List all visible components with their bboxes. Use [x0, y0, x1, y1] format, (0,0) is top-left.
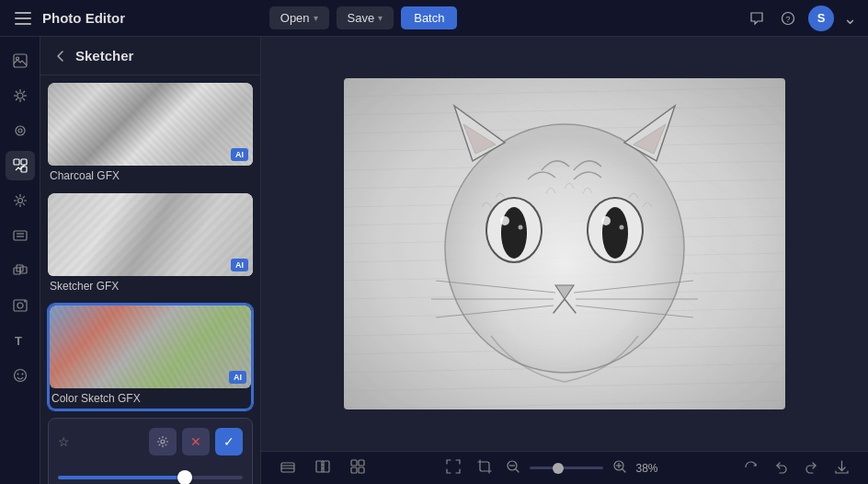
compare-button[interactable] — [311, 455, 335, 481]
settings-icon — [156, 435, 169, 448]
fit-icon — [445, 458, 462, 475]
slider-container — [58, 465, 243, 484]
settings-button[interactable] — [149, 428, 177, 455]
avatar[interactable]: S — [808, 6, 834, 31]
svg-rect-88 — [359, 460, 364, 466]
svg-rect-81 — [281, 463, 294, 472]
controls-actions: ✕ ✓ — [149, 428, 243, 455]
ai-badge-colorsketch: AI — [229, 371, 246, 384]
image-preview — [344, 78, 785, 409]
bottom-right — [739, 455, 853, 481]
redo-button[interactable] — [800, 455, 823, 481]
effect-slider[interactable] — [58, 476, 243, 479]
sidebar-icon-preview[interactable] — [6, 116, 35, 145]
sidebar-icon-image[interactable] — [6, 46, 35, 75]
svg-point-13 — [16, 126, 25, 135]
menu-button[interactable] — [11, 8, 35, 29]
effect-item-colorsketch[interactable]: AI Color Sketch GFX — [48, 304, 253, 410]
sidebar-icon-sticker[interactable] — [6, 361, 35, 390]
chat-icon — [749, 11, 764, 26]
sidebar-icon-filters[interactable] — [6, 81, 35, 110]
fit-button[interactable] — [441, 455, 465, 481]
svg-point-14 — [18, 129, 22, 133]
svg-point-74 — [620, 225, 624, 230]
zoom-out-button[interactable] — [504, 457, 522, 479]
svg-rect-15 — [14, 159, 19, 165]
svg-rect-87 — [351, 460, 357, 466]
svg-point-72 — [601, 216, 611, 225]
effect-item-sketcher[interactable]: AI Sketcher GFX — [48, 193, 253, 296]
effects-list: AI Charcoal GFX AI Sketcher GFX — [40, 75, 260, 484]
undo-icon — [773, 459, 789, 475]
zoom-slider[interactable] — [530, 467, 603, 469]
sidebar-icon-effects[interactable] — [6, 151, 35, 180]
effect-label-charcoal: Charcoal GFX — [48, 166, 253, 186]
svg-point-26 — [17, 303, 23, 308]
panel-title: Sketcher — [75, 48, 133, 63]
topbar-left: Photo Editor — [11, 8, 125, 29]
panel-header: Sketcher — [40, 37, 260, 75]
grid-icon — [349, 458, 366, 475]
download-button[interactable] — [830, 455, 853, 481]
svg-point-30 — [17, 374, 18, 375]
svg-point-71 — [500, 216, 509, 225]
svg-rect-2 — [14, 54, 27, 67]
batch-button[interactable]: Batch — [401, 6, 457, 29]
crop-button[interactable] — [473, 455, 497, 481]
zoom-in-button[interactable] — [611, 457, 629, 479]
reset-button[interactable] — [739, 455, 762, 481]
grid-button[interactable] — [346, 455, 370, 481]
bottom-bar: 38% — [261, 451, 868, 484]
sidebar-icon-collections[interactable] — [6, 256, 35, 285]
hamburger-icon — [15, 12, 31, 25]
bottom-center: 38% — [441, 455, 668, 481]
save-chevron-icon: ▾ — [378, 13, 383, 23]
ai-badge-charcoal: AI — [231, 148, 248, 161]
effect-item-charcoal[interactable]: AI Charcoal GFX — [48, 83, 253, 186]
sidebar-icon-history[interactable] — [6, 221, 35, 250]
effect-thumbnail-charcoal: AI — [48, 83, 253, 166]
svg-rect-84 — [316, 461, 322, 472]
svg-point-31 — [21, 374, 23, 375]
sidebar-icon-adjust[interactable] — [6, 186, 35, 215]
effects-panel: Sketcher AI Charcoal GFX AI — [40, 37, 261, 484]
zoom-level: 38% — [636, 462, 668, 475]
download-icon — [834, 459, 850, 475]
effect-thumbnail-sketcher: AI — [48, 193, 253, 276]
layers-button[interactable] — [276, 455, 300, 481]
back-button[interactable] — [53, 49, 68, 63]
help-button[interactable]: ? — [777, 7, 799, 29]
svg-point-69 — [501, 207, 527, 259]
main-content: T Sketcher — [0, 37, 868, 484]
open-button[interactable]: Open ▾ — [269, 6, 329, 29]
back-icon — [53, 49, 68, 63]
confirm-button[interactable]: ✓ — [215, 428, 243, 455]
svg-point-62 — [445, 124, 684, 373]
topbar-center: Open ▾ Save ▾ Batch — [269, 6, 458, 29]
sidebar-icon-photo[interactable] — [6, 291, 35, 320]
svg-text:?: ? — [785, 15, 790, 24]
more-button[interactable]: ⌄ — [843, 8, 857, 29]
effect-label-sketcher: Sketcher GFX — [48, 276, 253, 296]
undo-button[interactable] — [770, 455, 793, 481]
chat-button[interactable] — [746, 7, 768, 29]
ai-badge-sketcher: AI — [231, 259, 248, 271]
cancel-button[interactable]: ✕ — [182, 428, 210, 455]
topbar-right: ? S ⌄ — [746, 6, 857, 31]
svg-rect-19 — [14, 231, 27, 240]
app-title: Photo Editor — [42, 10, 125, 26]
svg-rect-89 — [351, 467, 357, 473]
favorite-button[interactable]: ☆ — [58, 434, 70, 449]
svg-line-10 — [23, 98, 25, 100]
svg-line-92 — [515, 468, 519, 472]
sidebar-icon-text[interactable]: T — [6, 326, 35, 355]
redo-icon — [804, 459, 819, 475]
svg-text:T: T — [15, 334, 22, 348]
svg-point-32 — [161, 440, 165, 444]
effect-controls: ☆ ✕ ✓ — [48, 418, 253, 484]
topbar: Photo Editor Open ▾ Save ▾ Batch ? S ⌄ — [0, 0, 868, 37]
crop-icon — [476, 458, 493, 475]
save-button[interactable]: Save ▾ — [337, 6, 394, 29]
cat-sketch-image — [344, 78, 785, 409]
compare-icon — [314, 458, 331, 475]
